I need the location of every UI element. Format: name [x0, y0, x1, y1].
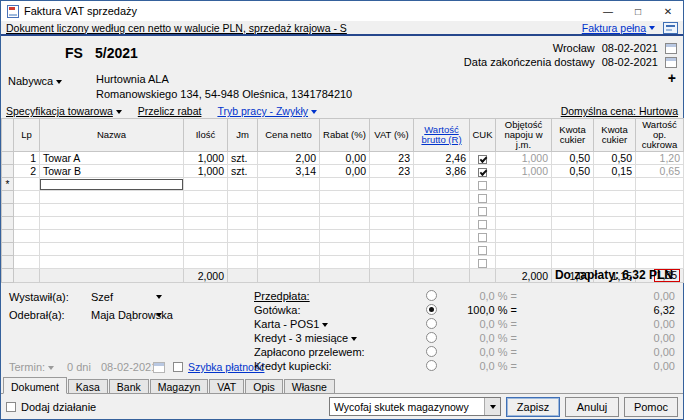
- title-bar: Faktura VAT sprzedaży — □ ✕: [1, 1, 683, 21]
- cuk-checkbox[interactable]: [478, 181, 487, 190]
- header-gross-link[interactable]: Wartość brutto (R): [414, 119, 470, 152]
- new-item-row[interactable]: *: [2, 178, 684, 191]
- save-button[interactable]: Zapisz: [506, 397, 560, 417]
- transfer-percent[interactable]: 0,0 % =: [437, 346, 517, 358]
- doc-number-field[interactable]: 5/2021: [95, 45, 138, 61]
- specification-menu[interactable]: Specyfikacja towarowa: [6, 105, 122, 117]
- credit-menu[interactable]: Kredyt - 3 miesiące: [254, 332, 426, 344]
- delivery-date-field[interactable]: 08-02-2021: [602, 56, 658, 68]
- card-dropdown-icon[interactable]: [322, 323, 328, 327]
- trade-credit-amount[interactable]: 0,00: [517, 360, 675, 372]
- footer-bar: Dodaj działanie Wycofaj skutek magazynow…: [1, 394, 683, 419]
- prepayment-radio[interactable]: [426, 290, 437, 301]
- buyer-name[interactable]: Hurtownia ALA: [96, 73, 169, 85]
- tab-opis[interactable]: Opis: [245, 379, 283, 393]
- cell-vat[interactable]: 23: [370, 165, 414, 178]
- table-row[interactable]: 1 Towar A 1,000 szt. 2,00 0,00 23 2,46 1…: [2, 152, 684, 165]
- cell-sugar1[interactable]: 0,50: [552, 165, 594, 178]
- delivery-date-calendar-icon[interactable]: [665, 57, 677, 68]
- credit-percent[interactable]: 0,0 % =: [437, 332, 517, 344]
- transfer-amount[interactable]: 0,00: [517, 346, 675, 358]
- cell-net-price[interactable]: 3,14: [258, 165, 320, 178]
- default-price-link[interactable]: Domyślna cena: Hurtowa: [561, 105, 678, 117]
- transfer-radio[interactable]: [426, 346, 437, 357]
- cell-sugar2[interactable]: 0,50: [594, 152, 636, 165]
- buyer-address[interactable]: Romanowskiego 134, 54-948 Oleśnica, 1341…: [96, 88, 352, 100]
- card-menu[interactable]: Karta - POS1: [254, 318, 426, 330]
- credit-amount[interactable]: 0,00: [517, 332, 675, 344]
- cash-radio[interactable]: [426, 304, 437, 315]
- recalculate-discount-link[interactable]: Przelicz rabat: [138, 105, 202, 117]
- cell-sugar2[interactable]: 0,15: [594, 165, 636, 178]
- tab-dokument[interactable]: Dokument: [3, 377, 67, 394]
- work-mode-menu[interactable]: Tryb pracy - Zwykły: [217, 105, 317, 117]
- cell-unit[interactable]: szt.: [228, 165, 258, 178]
- cell-gross[interactable]: 2,46: [414, 152, 470, 165]
- tab-vat[interactable]: VAT: [209, 379, 244, 393]
- issue-city[interactable]: Wrocław: [553, 42, 595, 54]
- term-dropdown-icon[interactable]: [48, 366, 54, 370]
- doc-type-link[interactable]: Faktura pełna: [582, 22, 646, 34]
- help-button[interactable]: Pomoc: [624, 397, 678, 417]
- cell-vat[interactable]: 23: [370, 152, 414, 165]
- cell-name[interactable]: Towar A: [40, 152, 184, 165]
- minimize-button[interactable]: —: [593, 2, 623, 21]
- term-days-field: 0 dni: [67, 361, 91, 373]
- buyer-label[interactable]: Nabywca: [8, 75, 62, 87]
- name-edit-field[interactable]: [40, 179, 183, 190]
- table-row[interactable]: 2 Towar B 1,000 szt. 3,14 0,00 23 3,86 1…: [2, 165, 684, 178]
- buyer-dropdown-icon[interactable]: [56, 80, 62, 84]
- maximize-button[interactable]: □: [623, 2, 653, 21]
- specification-dropdown-icon[interactable]: [116, 110, 122, 114]
- work-mode-dropdown-icon[interactable]: [311, 110, 317, 114]
- tab-wlasne[interactable]: Własne: [284, 379, 335, 393]
- cash-label: Gotówka:: [254, 304, 426, 316]
- cuk-checkbox[interactable]: [478, 168, 487, 177]
- tab-magazyn[interactable]: Magazyn: [150, 379, 209, 393]
- add-buyer-icon[interactable]: +: [668, 71, 676, 85]
- card-amount[interactable]: 0,00: [517, 318, 675, 330]
- header-discount: Rabat (%): [320, 119, 370, 152]
- stock-effect-combobox[interactable]: Wycofaj skutek magazynowy: [329, 397, 501, 416]
- combo-dropdown-button[interactable]: [484, 398, 500, 415]
- credit-radio[interactable]: [426, 332, 437, 343]
- tab-bank[interactable]: Bank: [109, 379, 149, 393]
- tab-kasa[interactable]: Kasa: [68, 379, 108, 393]
- prepayment-link[interactable]: Przedpłata:: [254, 290, 310, 302]
- close-button[interactable]: ✕: [653, 2, 683, 21]
- doc-policy-link[interactable]: Dokument liczony według cen netto w walu…: [6, 22, 347, 34]
- trade-credit-radio[interactable]: [426, 360, 437, 371]
- issue-date-calendar-icon[interactable]: [665, 43, 677, 54]
- cell-discount[interactable]: 0,00: [320, 152, 370, 165]
- card-radio[interactable]: [426, 318, 437, 329]
- cell-net-price[interactable]: 2,00: [258, 152, 320, 165]
- cell-gross[interactable]: 3,86: [414, 165, 470, 178]
- trade-credit-percent[interactable]: 0,0 % =: [437, 360, 517, 372]
- term-label[interactable]: Termin:: [9, 361, 54, 373]
- quick-payment-checkbox[interactable]: [173, 362, 183, 372]
- cancel-button[interactable]: Anuluj: [565, 397, 619, 417]
- cuk-checkbox[interactable]: [478, 155, 487, 164]
- quick-payment-link[interactable]: Szybka płatność: [188, 361, 264, 373]
- cell-qty[interactable]: 1,000: [184, 165, 228, 178]
- received-by-dropdown-icon[interactable]: [156, 313, 162, 317]
- cash-amount[interactable]: 6,32: [517, 304, 675, 316]
- doc-type-dropdown-icon[interactable]: [649, 26, 655, 30]
- prepayment-amount[interactable]: 0,00: [517, 290, 675, 302]
- cell-name[interactable]: Towar B: [40, 165, 184, 178]
- cash-percent[interactable]: 100,0 % =: [437, 304, 517, 316]
- header-cuk: CUK: [470, 119, 496, 152]
- cell-sugar1[interactable]: 0,50: [552, 152, 594, 165]
- cell-unit[interactable]: szt.: [228, 152, 258, 165]
- issued-by-label: Wystawił(a):: [9, 291, 69, 303]
- cell-qty[interactable]: 1,000: [184, 152, 228, 165]
- prepayment-percent[interactable]: 0,0 % =: [437, 290, 517, 302]
- issued-by-field[interactable]: Szef: [91, 291, 113, 303]
- issue-date-field[interactable]: 08-02-2021: [602, 42, 658, 54]
- add-action-checkbox[interactable]: [6, 402, 16, 412]
- instynkt-icon[interactable]: [663, 22, 678, 34]
- credit-dropdown-icon[interactable]: [351, 337, 357, 341]
- cell-discount[interactable]: 0,00: [320, 165, 370, 178]
- issued-by-dropdown-icon[interactable]: [156, 295, 162, 299]
- card-percent[interactable]: 0,0 % =: [437, 318, 517, 330]
